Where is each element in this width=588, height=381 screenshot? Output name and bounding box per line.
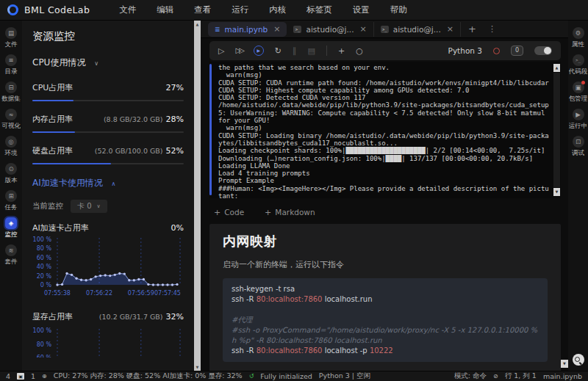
add-code-label: Code — [224, 208, 244, 217]
rail-item-属性[interactable]: ⚙属性 — [569, 27, 588, 49]
metric-CPU占用率: CPU占用率27% — [32, 82, 184, 101]
rail-item-label: 调试 — [569, 149, 588, 158]
rail-item-目录[interactable]: ≡目录 — [1, 54, 21, 76]
metric-内存占用率: 内存占用率(8.8 GB/32.0 GB)28% — [32, 114, 184, 133]
notebook-icon: ≣ — [215, 26, 220, 33]
notebook-toolbar: ▷▷▷▶↻∥▤+○ Python 3 0 — [209, 41, 561, 60]
chevron-down-icon: ∨ — [94, 60, 98, 67]
active-cell-indicator[interactable] — [209, 64, 212, 195]
menu-item[interactable]: 帮助 — [380, 4, 417, 15]
rail-item-代码段[interactable]: >_代码段 — [569, 54, 588, 76]
rail-item-label: 任务 — [1, 203, 21, 212]
code-line: ssh -R 80:localhost:7860 localhost -p 10… — [232, 346, 539, 356]
terminal-count[interactable]: 4 — [6, 372, 10, 380]
panel-scrollbar[interactable]: ▲ ▼ — [194, 21, 201, 371]
close-icon[interactable]: × — [447, 24, 453, 34]
kernel-name[interactable]: Python 3 — [448, 46, 482, 55]
markdown-cell[interactable]: 内网映射 启动一个新的终端，运行以下指令 ssh-keygen -t rsass… — [209, 224, 561, 372]
rail-item-label: 代码段 — [569, 68, 588, 76]
rail-item-运行中[interactable]: ▶运行中 — [569, 109, 588, 131]
rail-item-label: 属性 — [569, 40, 588, 49]
init-status: Fully initialized — [260, 372, 312, 380]
rail-item-任务[interactable]: ⊞任务 — [1, 190, 21, 212]
rail-item-监控[interactable]: ◈监控 — [1, 217, 21, 239]
plus-icon: + — [214, 208, 220, 217]
code-line: #代理 — [232, 315, 539, 325]
plus-icon: + — [265, 208, 271, 217]
rail-item-包管理[interactable]: ▣包管理 — [569, 81, 588, 104]
rail-item-可视化[interactable]: ≈可视化 — [1, 109, 21, 131]
rail-item-label: 套件 — [1, 258, 21, 266]
folder-icon: ▤ — [5, 27, 17, 39]
output-scrollbar[interactable] — [553, 73, 560, 187]
vram-usage-chart: 100 %80 %60 % — [32, 324, 184, 360]
rail-item-label: 环境 — [1, 149, 21, 158]
progress-bar — [32, 131, 184, 133]
code-line: #ssh -o ProxyCommand="/home/aistudio/wor… — [232, 325, 539, 346]
menu-item[interactable]: 标签页 — [296, 4, 343, 15]
card-select-dropdown[interactable]: 卡 0 ∨ — [71, 200, 107, 213]
tab-label: main.ipynb — [225, 25, 268, 34]
terminal-output: the paths that we search based on your e… — [218, 64, 549, 198]
kernel-status[interactable]: Python 3 | 空闲 — [319, 371, 370, 381]
mode-indicator[interactable]: 模式: 命令 — [454, 371, 487, 381]
tab-aistudio@j...[interactable]: >_aistudio@j...× — [374, 22, 461, 37]
tab-bar: ≣main.ipynb×>_aistudio@j...×>_aistudio@j… — [201, 21, 568, 38]
output-scroll-down-icon[interactable]: ▼ — [553, 188, 560, 196]
tab-aistudio@j...[interactable]: >_aistudio@j...× — [287, 22, 373, 37]
add-code-button[interactable]: + Code — [214, 208, 244, 217]
output-line: warn(msg) — [218, 71, 549, 79]
add-icon[interactable]: + — [338, 47, 345, 55]
status-bar: 4 ▣ 1 ⊕ CPU: 27% 内存: 28% 硬盘: 52% AI加速卡: … — [0, 371, 588, 381]
cpu-section-toggle[interactable]: CPU使用情况 ∨ — [32, 57, 184, 69]
scroll-up-icon[interactable]: ▲ — [194, 21, 201, 28]
kernel-count[interactable]: 1 — [31, 372, 35, 380]
close-icon[interactable]: × — [273, 24, 280, 34]
svg-text:40 %: 40 % — [37, 264, 52, 270]
rail-item-数据集[interactable]: ⊟数据集 — [1, 81, 21, 104]
new-tab-button[interactable]: + — [461, 23, 484, 35]
cursor-position[interactable]: 行 1, 列 1 — [505, 371, 537, 381]
rail-item-版本[interactable]: ⊙版本 — [1, 163, 21, 185]
refresh-icon[interactable]: ↻ — [275, 47, 282, 55]
vram-usage-detail: (10.2 GB/31.7 GB) — [99, 313, 163, 321]
rail-item-调试[interactable]: ⊡调试 — [569, 136, 588, 158]
ai-section-title: AI加速卡使用情况 — [32, 178, 103, 188]
main-scroll-down-icon[interactable]: ▼ — [561, 360, 568, 368]
output-scroll-up-icon[interactable]: ▲ — [553, 64, 560, 72]
run-all-icon[interactable]: ▷▷ — [235, 47, 242, 54]
scroll-down-icon[interactable]: ▼ — [194, 363, 201, 371]
menu-item[interactable]: 编辑 — [146, 4, 184, 15]
rail-item-文件[interactable]: ▤文件 — [1, 27, 21, 49]
rail-item-套件[interactable]: ≋套件 — [1, 244, 21, 266]
close-icon[interactable]: × — [360, 24, 367, 34]
rail-item-label: 可视化 — [1, 122, 21, 131]
record-icon[interactable]: ○ — [356, 47, 363, 55]
tab-overflow-button[interactable]: ⋮ — [484, 24, 501, 34]
menu-item[interactable]: 文件 — [109, 4, 146, 15]
svg-text:20 %: 20 % — [37, 273, 52, 280]
rail-item-环境[interactable]: ◎环境 — [1, 136, 21, 158]
toolbar-toggle[interactable] — [534, 46, 552, 55]
search-icon[interactable] — [573, 354, 584, 366]
svg-text:07:55:38: 07:55:38 — [44, 290, 71, 297]
restart-run-icon[interactable]: ▶ — [254, 46, 264, 56]
tab-main.ipynb[interactable]: ≣main.ipynb× — [208, 22, 287, 37]
tab-label: aistudio@j... — [393, 25, 441, 34]
menu-item[interactable]: 运行 — [221, 4, 259, 15]
snapshot-counter-icon[interactable]: 0 — [511, 46, 523, 56]
add-markdown-button[interactable]: + Markdown — [265, 208, 315, 217]
markdown-heading: 内网映射 — [223, 233, 548, 250]
menubar: BML CodeLab 文件编辑查看运行内核标签页设置帮助 — [0, 0, 588, 21]
chevron-up-icon: ∧ — [112, 181, 116, 187]
metric-value: 28% — [166, 115, 184, 124]
ai-section-toggle[interactable]: AI加速卡使用情况 ∧ — [32, 177, 184, 189]
svg-text:80 %: 80 % — [37, 245, 52, 252]
menu-item[interactable]: 内核 — [259, 4, 296, 15]
menu-item[interactable]: 设置 — [343, 4, 380, 15]
menu-item[interactable]: 查看 — [184, 4, 221, 15]
output-line: Load 4 training prompts — [218, 170, 549, 177]
svg-text:07:57:45: 07:57:45 — [154, 290, 181, 297]
svg-text:60 %: 60 % — [37, 355, 52, 358]
run-icon[interactable]: ▷ — [218, 47, 224, 55]
